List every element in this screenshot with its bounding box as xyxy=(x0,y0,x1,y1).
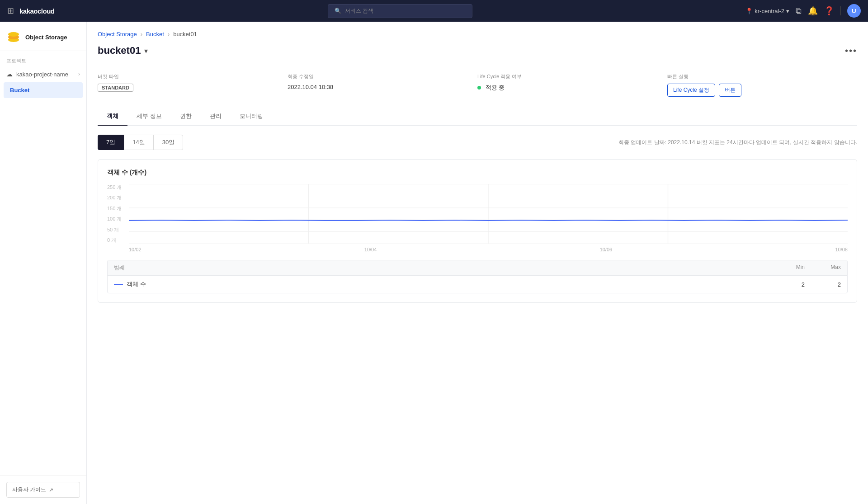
legend-min-value: 2 xyxy=(769,281,805,288)
nav-center: 🔍 서비스 검색 xyxy=(55,4,746,18)
date-btn-14[interactable]: 14일 xyxy=(124,135,153,150)
quick-actions: Life Cycle 설정 버튼 xyxy=(667,84,857,97)
y-label-3: 150 개 xyxy=(107,205,125,212)
breadcrumb-sep-1: › xyxy=(141,31,142,38)
status-dot xyxy=(477,86,481,89)
tab-monitor[interactable]: 모니터링 xyxy=(231,108,272,126)
sidebar-project-row[interactable]: ☁ kakao-project-name › xyxy=(0,67,86,81)
main-panel: Object Storage › Bucket › bucket01 bucke… xyxy=(87,22,868,504)
nav-right: 📍 kr-central-2 ▾ ⧉ 🔔 ❓ U xyxy=(745,4,861,18)
legend-header: 범례 Min Max xyxy=(108,260,847,276)
sidebar-title: Object Storage xyxy=(25,34,67,41)
bucket-title: bucket01 xyxy=(98,45,141,57)
svg-point-2 xyxy=(8,32,19,37)
bucket-type-block: 버킷 타입 STANDARD xyxy=(98,73,288,97)
date-buttons: 7일 14일 30일 xyxy=(98,135,183,150)
bucket-info: 버킷 타입 STANDARD 최종 수정일 2022.10.04 10:38 L… xyxy=(98,73,857,97)
lifecycle-value: 적용 중 xyxy=(477,84,667,92)
chart-title: 객체 수 (개수) xyxy=(107,169,848,177)
tab-bar: 객체 세부 정보 권한 관리 모니터링 xyxy=(98,108,857,126)
chevron-right-icon: › xyxy=(78,71,80,77)
project-row-left: ☁ kakao-project-name xyxy=(6,71,68,78)
breadcrumb-current: bucket01 xyxy=(173,31,197,38)
breadcrumb-bucket[interactable]: Bucket xyxy=(146,31,164,38)
x-label-2: 10/06 xyxy=(600,247,613,252)
breadcrumb-sep-2: › xyxy=(168,31,170,38)
chart-svg xyxy=(129,184,848,244)
sidebar-item-bucket[interactable]: Bucket xyxy=(4,82,83,98)
tab-object[interactable]: 객체 xyxy=(98,108,127,126)
x-label-1: 10/04 xyxy=(364,247,377,252)
legend-col-min: Min xyxy=(769,264,805,272)
y-label-5: 250 개 xyxy=(107,184,125,191)
date-btn-7[interactable]: 7일 xyxy=(98,135,124,150)
standard-badge: STANDARD xyxy=(98,84,133,92)
x-label-3: 10/08 xyxy=(835,247,848,252)
lifecycle-setting-button[interactable]: Life Cycle 설정 xyxy=(667,84,715,97)
sidebar-footer: 사용자 가이드 ↗ xyxy=(0,475,86,504)
cloud-icon: ☁ xyxy=(6,71,13,78)
divider xyxy=(840,6,841,15)
modified-value: 2022.10.04 10:38 xyxy=(288,84,477,90)
tab-detail[interactable]: 세부 정보 xyxy=(127,108,171,126)
grid-icon[interactable]: ⊞ xyxy=(7,6,14,16)
sidebar-header: Object Storage xyxy=(0,22,86,51)
quick-actions-block: 빠른 실행 Life Cycle 설정 버튼 xyxy=(667,73,857,97)
legend-table: 범례 Min Max 객체 수 2 2 xyxy=(107,260,848,293)
window-icon[interactable]: ⧉ xyxy=(796,6,802,16)
y-label-2: 100 개 xyxy=(107,216,125,222)
sidebar: Object Storage 프로젝트 ☁ kakao-project-name… xyxy=(0,22,87,504)
legend-row: 객체 수 2 2 xyxy=(108,276,847,293)
breadcrumb-object-storage[interactable]: Object Storage xyxy=(98,31,137,38)
external-link-icon: ↗ xyxy=(49,487,53,493)
legend-line-obj: 객체 수 xyxy=(114,280,769,288)
page-header: bucket01 ▾ ••• xyxy=(98,45,857,57)
user-guide-button[interactable]: 사용자 가이드 ↗ xyxy=(6,482,80,498)
y-label-0: 0 개 xyxy=(107,237,125,244)
brand-logo: kakaocloud xyxy=(19,7,55,15)
quick-label: 빠른 실행 xyxy=(667,73,857,80)
search-bar[interactable]: 🔍 서비스 검색 xyxy=(328,4,472,18)
title-dropdown-button[interactable]: ▾ xyxy=(144,47,148,55)
project-name: kakao-project-name xyxy=(16,71,68,78)
chevron-down-icon: ▾ xyxy=(786,8,789,14)
tab-auth[interactable]: 권한 xyxy=(171,108,201,126)
header-divider xyxy=(98,64,857,64)
search-icon: 🔍 xyxy=(335,8,341,14)
legend-col-max: Max xyxy=(805,264,841,272)
tab-manage[interactable]: 관리 xyxy=(201,108,231,126)
bucket-type-value: STANDARD xyxy=(98,84,288,92)
region-label: kr-central-2 xyxy=(755,8,784,14)
main-content: Object Storage › Bucket › bucket01 bucke… xyxy=(87,22,868,504)
date-note: 최종 업데이트 날짜: 2022.10.14 버킷 지표는 24시간마다 업데이… xyxy=(618,139,857,146)
nav-left: ⊞ kakaocloud xyxy=(7,6,55,16)
breadcrumb: Object Storage › Bucket › bucket01 xyxy=(98,31,857,38)
avatar[interactable]: U xyxy=(847,4,861,18)
modified-label: 최종 수정일 xyxy=(288,73,477,80)
location-icon: 📍 xyxy=(745,8,753,14)
quick-button-2[interactable]: 버튼 xyxy=(719,84,741,97)
bucket-type-label: 버킷 타입 xyxy=(98,73,288,80)
legend-label: 객체 수 xyxy=(127,280,146,288)
top-navigation: ⊞ kakaocloud 🔍 서비스 검색 📍 kr-central-2 ▾ ⧉… xyxy=(0,0,868,22)
region-selector[interactable]: 📍 kr-central-2 ▾ xyxy=(745,8,789,14)
y-label-1: 50 개 xyxy=(107,226,125,233)
help-icon[interactable]: ❓ xyxy=(824,6,834,16)
notification-icon[interactable]: 🔔 xyxy=(808,6,818,16)
x-label-0: 10/02 xyxy=(129,247,142,252)
legend-max-value: 2 xyxy=(805,281,841,288)
bucket-title-row: bucket01 ▾ xyxy=(98,45,148,57)
chart-card: 객체 수 (개수) 0 개 50 개 100 개 150 개 200 개 250… xyxy=(98,159,857,303)
sidebar-section-label: 프로젝트 xyxy=(0,51,86,67)
legend-col-name: 범례 xyxy=(114,264,769,272)
modified-block: 최종 수정일 2022.10.04 10:38 xyxy=(288,73,477,97)
lifecycle-block: Life Cycle 적용 여부 적용 중 xyxy=(477,73,667,97)
date-range-row: 7일 14일 30일 최종 업데이트 날짜: 2022.10.14 버킷 지표는… xyxy=(98,135,857,150)
more-options-button[interactable]: ••• xyxy=(845,46,857,56)
lifecycle-label: Life Cycle 적용 여부 xyxy=(477,73,667,80)
date-btn-30[interactable]: 30일 xyxy=(154,135,183,150)
y-label-4: 200 개 xyxy=(107,194,125,201)
search-placeholder: 서비스 검색 xyxy=(345,7,373,15)
legend-dash-icon xyxy=(114,284,123,285)
sidebar-logo xyxy=(6,30,21,44)
